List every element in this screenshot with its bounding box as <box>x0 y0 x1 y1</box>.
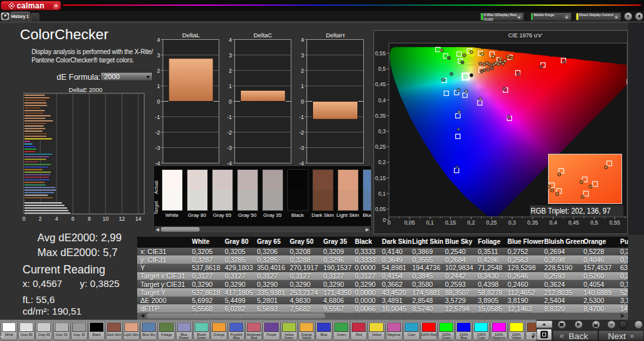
svg-text:0,05: 0,05 <box>375 206 386 212</box>
svg-text:3: 3 <box>229 52 232 59</box>
svg-text:0,35: 0,35 <box>375 113 386 119</box>
svg-text:10: 10 <box>102 216 109 222</box>
svg-text:-2: -2 <box>227 129 232 136</box>
svg-text:-3: -3 <box>227 145 232 151</box>
svg-text:2: 2 <box>229 68 232 74</box>
svg-text:8: 8 <box>88 216 91 222</box>
svg-text:14: 14 <box>135 216 142 222</box>
svg-text:0: 0 <box>383 217 386 223</box>
svg-text:-1: -1 <box>299 114 304 120</box>
svg-text:0,3: 0,3 <box>378 128 386 134</box>
svg-text:-3: -3 <box>299 145 304 151</box>
svg-text:1: 1 <box>157 83 160 89</box>
svg-text:DeltaL: DeltaL <box>182 32 200 39</box>
svg-text:4: 4 <box>229 37 232 43</box>
svg-text:4: 4 <box>55 216 58 222</box>
svg-text:0,55: 0,55 <box>375 50 386 57</box>
svg-text:0,25: 0,25 <box>375 143 386 150</box>
svg-text:0: 0 <box>229 98 232 105</box>
svg-text:-1: -1 <box>227 114 232 120</box>
svg-text:0,4: 0,4 <box>549 219 557 226</box>
svg-text:0,1: 0,1 <box>378 190 386 197</box>
svg-text:1: 1 <box>229 83 232 89</box>
svg-text:3: 3 <box>301 52 304 59</box>
svg-text:2: 2 <box>157 68 160 74</box>
svg-text:1: 1 <box>301 83 304 89</box>
svg-text:0,3: 0,3 <box>508 219 516 226</box>
svg-text:0,45: 0,45 <box>375 81 386 88</box>
svg-text:0,35: 0,35 <box>527 219 538 226</box>
svg-text:0: 0 <box>301 98 304 105</box>
svg-text:0,5: 0,5 <box>378 66 386 72</box>
svg-text:DeltaE 2000: DeltaE 2000 <box>69 86 102 93</box>
svg-text:0: 0 <box>157 98 160 105</box>
svg-text:-2: -2 <box>155 129 160 136</box>
svg-text:-3: -3 <box>155 145 160 151</box>
svg-text:2: 2 <box>301 68 304 74</box>
svg-text:CIE 1976 u'v': CIE 1976 u'v' <box>508 32 542 39</box>
svg-text:DeltaH: DeltaH <box>326 32 345 39</box>
svg-text:0,15: 0,15 <box>445 219 456 226</box>
svg-text:0,4: 0,4 <box>378 97 386 104</box>
svg-text:2: 2 <box>39 216 42 222</box>
svg-text:4: 4 <box>157 37 160 43</box>
svg-text:RGB Triplet: 202, 136, 97: RGB Triplet: 202, 136, 97 <box>531 206 611 216</box>
svg-text:-1: -1 <box>155 114 160 120</box>
svg-text:0,2: 0,2 <box>468 219 475 226</box>
svg-text:4: 4 <box>301 37 304 43</box>
svg-text:0: 0 <box>23 216 26 222</box>
svg-text:6: 6 <box>71 216 75 222</box>
svg-text:12: 12 <box>119 216 126 222</box>
svg-text:0,2: 0,2 <box>378 159 386 165</box>
svg-text:0,05: 0,05 <box>404 219 415 226</box>
svg-text:0,25: 0,25 <box>486 219 497 226</box>
svg-text:DeltaC: DeltaC <box>254 32 272 39</box>
svg-text:0,5: 0,5 <box>591 219 598 226</box>
svg-text:0,45: 0,45 <box>569 219 580 226</box>
svg-text:0,55: 0,55 <box>609 219 620 226</box>
svg-text:-2: -2 <box>299 129 304 136</box>
svg-text:0,15: 0,15 <box>375 175 386 181</box>
svg-text:3: 3 <box>157 52 160 59</box>
svg-text:0,1: 0,1 <box>426 219 434 226</box>
